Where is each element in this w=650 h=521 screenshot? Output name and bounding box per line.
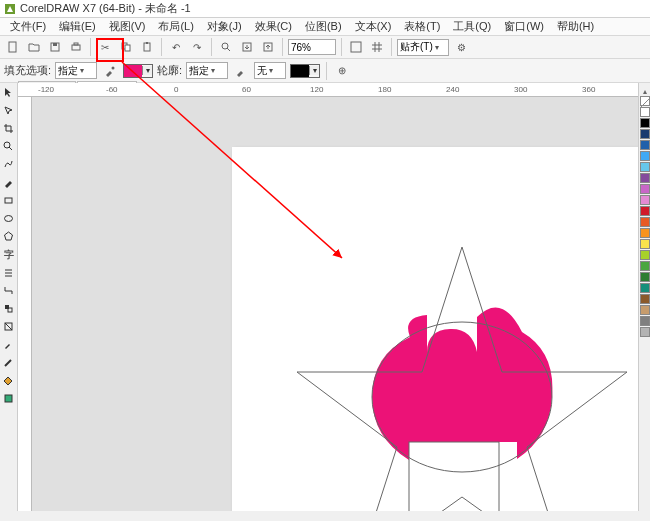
connector-tool[interactable] <box>1 283 16 298</box>
palette-swatch[interactable] <box>640 316 650 326</box>
menu-text[interactable]: 文本(X) <box>349 17 398 36</box>
palette-swatch[interactable] <box>640 206 650 216</box>
palette-swatch[interactable] <box>640 173 650 183</box>
fullscreen-button[interactable] <box>347 38 365 56</box>
palette-swatch[interactable] <box>640 195 650 205</box>
print-button[interactable] <box>67 38 85 56</box>
menu-bitmap[interactable]: 位图(B) <box>299 17 348 36</box>
property-bar: 填充选项: 指定▾ ▾ 轮廓: 指定▾ 无▾ ▾ ⊕ <box>0 59 650 83</box>
eyedropper-tool[interactable] <box>1 337 16 352</box>
rectangle-tool[interactable] <box>1 193 16 208</box>
palette-swatch[interactable] <box>640 239 650 249</box>
svg-line-11 <box>227 48 230 51</box>
menubar: 文件(F) 编辑(E) 视图(V) 布局(L) 对象(J) 效果(C) 位图(B… <box>0 18 650 36</box>
palette-swatch[interactable] <box>640 151 650 161</box>
freehand-tool[interactable] <box>1 157 16 172</box>
palette-swatch[interactable] <box>640 217 650 227</box>
outline-tool[interactable] <box>1 355 16 370</box>
interactive-tool[interactable] <box>1 301 16 316</box>
ruler-tick: 360 <box>582 85 595 94</box>
fill-color-value <box>124 65 142 77</box>
smart-fill-tool[interactable] <box>1 391 16 406</box>
svg-rect-3 <box>53 43 57 46</box>
ruler-tick: -120 <box>38 85 54 94</box>
separator <box>326 62 327 80</box>
palette-swatch[interactable] <box>640 327 650 337</box>
palette-swatch[interactable] <box>640 272 650 282</box>
text-tool[interactable]: 字 <box>1 247 16 262</box>
eyedropper-button[interactable] <box>101 62 119 80</box>
palette-swatch[interactable] <box>640 140 650 150</box>
save-button[interactable] <box>46 38 64 56</box>
ruler-tick: 120 <box>310 85 323 94</box>
outline-color-swatch[interactable]: ▾ <box>290 64 320 78</box>
filled-shape[interactable] <box>372 307 552 460</box>
drawing <box>32 97 638 511</box>
paste-button[interactable] <box>138 38 156 56</box>
fill-tool[interactable] <box>1 373 16 388</box>
palette-swatch[interactable] <box>640 107 650 117</box>
outline-mode-dropdown[interactable]: 指定▾ <box>186 62 228 79</box>
artistic-tool[interactable] <box>1 175 16 190</box>
menu-table[interactable]: 表格(T) <box>398 17 446 36</box>
menu-view[interactable]: 视图(V) <box>103 17 152 36</box>
transparency-tool[interactable] <box>1 319 16 334</box>
outline-label: 轮廓: <box>157 63 182 78</box>
separator <box>341 38 342 56</box>
palette-swatch[interactable] <box>640 184 650 194</box>
zoom-tool[interactable] <box>1 139 16 154</box>
outline-style-dropdown[interactable]: 无▾ <box>254 62 286 79</box>
copy-button[interactable] <box>117 38 135 56</box>
cut-button[interactable]: ✂ <box>96 38 114 56</box>
search-button[interactable] <box>217 38 235 56</box>
zoom-input[interactable] <box>288 39 336 55</box>
palette-swatch[interactable] <box>640 162 650 172</box>
menu-object[interactable]: 对象(J) <box>201 17 248 36</box>
palette-scroll-up[interactable]: ▴ <box>643 87 647 96</box>
palette-swatch[interactable] <box>640 261 650 271</box>
add-button[interactable]: ⊕ <box>333 62 351 80</box>
toolbox: 字 <box>0 83 18 511</box>
menu-layout[interactable]: 布局(L) <box>152 17 199 36</box>
menu-tools[interactable]: 工具(Q) <box>447 17 497 36</box>
ellipse-tool[interactable] <box>1 211 16 226</box>
options-button[interactable]: ⚙ <box>452 38 470 56</box>
menu-effect[interactable]: 效果(C) <box>249 17 298 36</box>
menu-edit[interactable]: 编辑(E) <box>53 17 102 36</box>
palette-swatch[interactable] <box>640 250 650 260</box>
undo-button[interactable]: ↶ <box>167 38 185 56</box>
palette-swatch[interactable] <box>640 118 650 128</box>
pick-tool[interactable] <box>1 85 16 100</box>
fill-mode-dropdown[interactable]: 指定▾ <box>55 62 97 79</box>
palette-no-color[interactable] <box>640 96 650 106</box>
palette-swatch[interactable] <box>640 129 650 139</box>
svg-line-17 <box>9 147 12 150</box>
redo-button[interactable]: ↷ <box>188 38 206 56</box>
svg-rect-4 <box>72 45 80 50</box>
fill-mode-value: 指定 <box>58 64 78 78</box>
rectangle-outline[interactable] <box>409 442 499 511</box>
menu-file[interactable]: 文件(F) <box>4 17 52 36</box>
fill-color-swatch[interactable]: ▾ <box>123 64 153 78</box>
shape-tool[interactable] <box>1 103 16 118</box>
new-button[interactable] <box>4 38 22 56</box>
outline-eyedropper-button[interactable] <box>232 62 250 80</box>
polygon-tool[interactable] <box>1 229 16 244</box>
palette-swatch[interactable] <box>640 305 650 315</box>
import-button[interactable] <box>238 38 256 56</box>
export-button[interactable] <box>259 38 277 56</box>
grid-button[interactable] <box>368 38 386 56</box>
svg-rect-5 <box>74 43 78 45</box>
canvas[interactable] <box>32 97 638 511</box>
palette-swatch[interactable] <box>640 294 650 304</box>
palette-swatch[interactable] <box>640 283 650 293</box>
palette-swatch[interactable] <box>640 228 650 238</box>
open-button[interactable] <box>25 38 43 56</box>
parallel-tool[interactable] <box>1 265 16 280</box>
ruler-tick: 300 <box>514 85 527 94</box>
menu-help[interactable]: 帮助(H) <box>551 17 600 36</box>
crop-tool[interactable] <box>1 121 16 136</box>
menu-window[interactable]: 窗口(W) <box>498 17 550 36</box>
snap-dropdown[interactable]: 贴齐(T)▾ <box>397 39 449 56</box>
svg-rect-7 <box>125 45 130 51</box>
